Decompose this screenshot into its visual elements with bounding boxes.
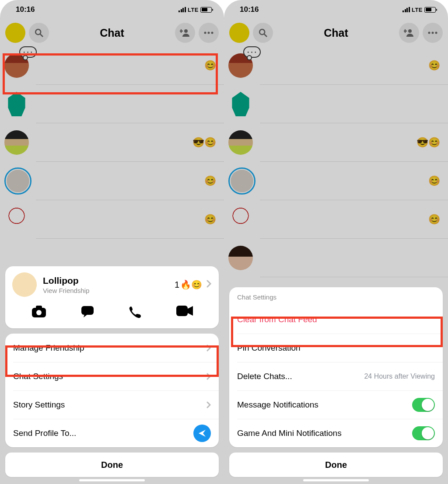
svg-point-3 (204, 32, 206, 34)
menu-label: Send Profile To... (13, 428, 76, 438)
manage-friendship-row[interactable]: Manage Friendship (5, 334, 219, 362)
menu-card: Manage Friendship Chat Settings Story Se… (5, 334, 219, 447)
svg-line-1 (40, 34, 43, 37)
sheet-title: Chat Settings (229, 287, 443, 305)
svg-rect-7 (36, 306, 42, 309)
chat-row[interactable]: 😊 (224, 46, 448, 85)
chat-row[interactable]: 😎😊 (224, 123, 448, 162)
chat-avatar (228, 53, 253, 78)
svg-point-15 (432, 32, 434, 34)
svg-point-5 (211, 32, 214, 34)
search-button[interactable] (253, 23, 273, 43)
phone-icon (129, 306, 142, 319)
chat-icon (81, 306, 94, 318)
delete-chats-row[interactable]: Delete Chats... 24 Hours after Viewing (229, 362, 443, 390)
add-friend-icon (404, 28, 414, 37)
chat-button[interactable] (81, 306, 94, 320)
pin-conversation-row[interactable]: Pin Conversation (229, 334, 443, 362)
chevron-right-icon (206, 280, 212, 289)
streak-indicator: 1 🔥😊 (175, 279, 202, 290)
done-button[interactable]: Done (229, 453, 443, 477)
svg-rect-10 (176, 306, 188, 316)
add-friend-button[interactable] (399, 23, 419, 43)
signal-icon (178, 7, 186, 12)
toggle-on[interactable] (412, 426, 435, 440)
add-friend-icon (180, 28, 190, 37)
phone-left: 10:16 LTE Chat 😊 (0, 0, 224, 484)
status-time: 10:16 (16, 5, 35, 14)
profile-avatar-button[interactable] (5, 23, 25, 43)
svg-point-4 (208, 32, 210, 34)
more-button[interactable] (423, 23, 443, 43)
chat-row[interactable]: 😊 (0, 162, 224, 200)
home-indicator[interactable] (303, 479, 369, 481)
chat-list: 😊 😎😊 😊 😊 (0, 46, 224, 239)
send-profile-row[interactable]: Send Profile To... (5, 419, 219, 447)
thought-bubble-icon (19, 46, 37, 58)
chat-emoji: 😎😊 (416, 137, 440, 148)
chat-emoji: 😎😊 (192, 137, 216, 148)
clear-chat-feed-row[interactable]: Clear from Chat Feed (229, 305, 443, 334)
quick-actions (5, 301, 219, 328)
search-button[interactable] (29, 23, 49, 43)
send-button[interactable] (193, 425, 211, 442)
more-icon (204, 31, 214, 34)
chat-header: Chat (0, 19, 224, 46)
phone-right: 10:16 LTE Chat 😊 (224, 0, 448, 484)
chat-avatar (228, 130, 253, 155)
status-bar: 10:16 LTE (224, 0, 448, 19)
chat-row[interactable]: 😊 (224, 162, 448, 200)
chat-avatar-story[interactable] (4, 167, 32, 195)
home-indicator[interactable] (79, 479, 145, 481)
camera-icon (32, 306, 46, 318)
camera-button[interactable] (32, 306, 46, 320)
story-settings-row[interactable]: Story Settings (5, 390, 219, 419)
chat-emoji: 😊 (204, 214, 216, 225)
menu-label: Game And Mini Notifications (237, 428, 342, 438)
svg-line-12 (264, 34, 267, 37)
chevron-right-icon (206, 373, 211, 380)
call-button[interactable] (129, 306, 142, 320)
menu-label: Manage Friendship (13, 343, 84, 353)
profile-name: Lollipop (43, 275, 89, 286)
toggle-on[interactable] (412, 398, 435, 412)
svg-point-2 (184, 29, 188, 33)
send-icon (198, 429, 206, 438)
chat-row[interactable] (224, 239, 448, 277)
chat-settings-row[interactable]: Chat Settings (5, 362, 219, 390)
chat-row[interactable]: 😊 (0, 200, 224, 239)
chat-row[interactable]: 😊 (224, 200, 448, 239)
chat-avatar (4, 53, 29, 78)
chat-row[interactable]: 😊 (0, 46, 224, 85)
status-time: 10:16 (240, 5, 259, 14)
menu-label: Delete Chats... (237, 372, 292, 381)
thought-bubble-icon (243, 46, 261, 58)
chat-header: Chat (224, 19, 448, 46)
menu-label: Chat Settings (13, 372, 63, 381)
game-notifications-row[interactable]: Game And Mini Notifications (229, 419, 443, 447)
profile-avatar (12, 272, 37, 297)
chat-settings-sheet: Chat Settings Clear from Chat Feed Pin C… (229, 287, 443, 484)
add-friend-button[interactable] (175, 23, 195, 43)
chat-emoji: 😊 (204, 175, 216, 187)
chat-avatar (4, 207, 29, 232)
menu-label: Pin Conversation (237, 343, 301, 353)
more-button[interactable] (199, 23, 219, 43)
chat-row[interactable]: 😎😊 (0, 123, 224, 162)
streak-count: 1 (175, 280, 179, 290)
chat-avatar (4, 130, 29, 155)
message-notifications-row[interactable]: Message Notifications (229, 390, 443, 419)
chat-row[interactable] (224, 85, 448, 123)
menu-label: Clear from Chat Feed (237, 315, 317, 324)
chat-row[interactable] (0, 85, 224, 123)
chat-emoji: 😊 (428, 214, 440, 225)
chat-emoji: 😊 (428, 175, 440, 187)
chat-avatar-story[interactable] (228, 167, 256, 195)
video-button[interactable] (176, 306, 193, 320)
done-button[interactable]: Done (5, 453, 219, 477)
signal-icon (402, 7, 410, 12)
search-icon (34, 28, 44, 38)
profile-avatar-button[interactable] (229, 23, 249, 43)
chevron-right-icon (206, 345, 211, 352)
profile-header[interactable]: Lollipop View Friendship 1 🔥😊 (5, 266, 219, 301)
